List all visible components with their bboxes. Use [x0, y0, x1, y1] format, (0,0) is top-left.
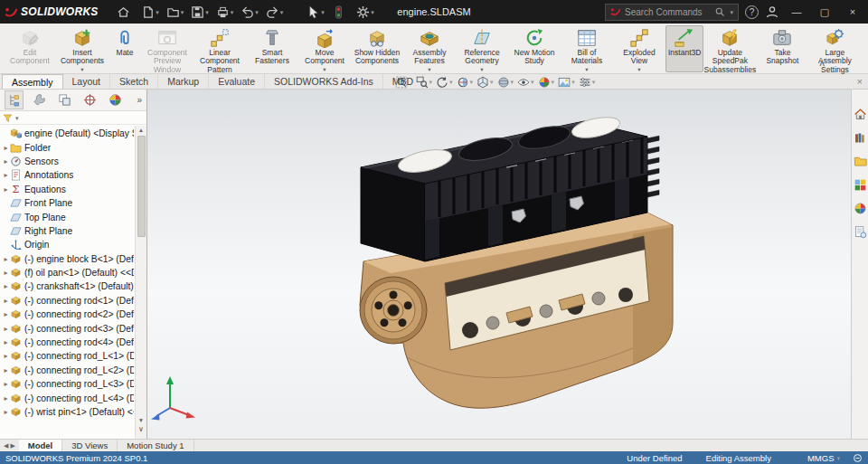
propertymanager-tab[interactable] [30, 90, 49, 109]
instant3d-button[interactable]: Instant3D ▾ [665, 25, 703, 72]
expand-arrow-icon[interactable]: ▸ [2, 310, 10, 318]
expand-arrow-icon[interactable]: ▸ [2, 352, 10, 360]
exploded-view-button[interactable]: Exploded View ▾ [613, 25, 665, 72]
expand-arrow-icon[interactable]: ▸ [2, 171, 10, 179]
dimxpertmanager-tab[interactable] [80, 90, 99, 109]
tree-filter-row[interactable]: ▾ [0, 111, 146, 125]
tag-icon[interactable] [853, 453, 863, 463]
chevron-down-icon[interactable]: ▾ [181, 9, 184, 15]
linear-component-pattern-button[interactable]: Linear Component Pattern ▾ [193, 25, 246, 72]
chevron-down-icon[interactable]: ▾ [429, 79, 433, 85]
tree-item[interactable]: ▸ (-) connecting rod<2> (Default... [0, 308, 134, 321]
scrollbar-thumb[interactable] [137, 136, 146, 237]
chevron-down-icon[interactable]: ▾ [552, 79, 555, 85]
assembly-features-button[interactable]: Assembly Features ▾ [403, 25, 456, 72]
print-icon[interactable]: ▾ [212, 2, 238, 22]
view-palette-icon[interactable] [854, 178, 867, 192]
tree-root-item[interactable]: ▸ engine (Default) <Display State-1> [0, 127, 134, 140]
tree-item[interactable]: ▸ (-) connecting rod_L<4> (Defa... [0, 391, 134, 404]
close-button[interactable]: × [842, 6, 863, 17]
take-snapshot-button[interactable]: Take Snapshot ▾ [756, 25, 808, 72]
filter-icon[interactable] [3, 113, 13, 123]
restore-button[interactable]: ▢ [814, 6, 835, 18]
expand-arrow-icon[interactable]: ▸ [2, 185, 10, 194]
tab-scroll-left-icon[interactable]: ◀ [4, 442, 8, 450]
chevron-down-icon[interactable]: ▾ [531, 79, 534, 85]
panel-collapse-icon[interactable]: ∨ [135, 425, 146, 439]
tree-item[interactable]: ▸ Equations [0, 183, 134, 196]
tab-layout[interactable]: Layout [63, 74, 111, 89]
tree-item[interactable]: ▸ (-) wrist pin<1> (Default) <<De... [0, 405, 134, 419]
chevron-down-icon[interactable]: ▾ [592, 79, 596, 85]
chevron-down-icon[interactable]: ▾ [490, 79, 494, 85]
search-icon[interactable] [714, 6, 725, 17]
scroll-up-icon[interactable]: ▲ [138, 126, 144, 135]
tab-sketch[interactable]: Sketch [110, 74, 158, 89]
tree-item[interactable]: ▸ (-) connecting rod_L<3> (Defa... [0, 377, 134, 391]
save-icon[interactable]: ▾ [187, 2, 212, 22]
hide-show-items-icon[interactable]: ▾ [517, 76, 534, 89]
tab-evaluate[interactable]: Evaluate [209, 74, 265, 89]
tab-3d-views[interactable]: 3D Views [62, 440, 118, 451]
tab-motion-study-1[interactable]: Motion Study 1 [118, 440, 193, 451]
display-style-icon[interactable]: ▾ [497, 76, 514, 89]
chevron-down-icon[interactable]: ▾ [280, 9, 284, 15]
featuremanager-tab[interactable] [5, 90, 24, 109]
reference-geometry-button[interactable]: Reference Geometry ▾ [456, 25, 508, 72]
tree-item[interactable]: ▸ Origin [0, 238, 134, 251]
apply-scene-icon[interactable]: ▾ [558, 76, 575, 89]
tree-item[interactable]: ▸ (-) connecting rod_L<2> (Defa... [0, 364, 134, 377]
expand-arrow-icon[interactable]: ▸ [2, 269, 10, 277]
component-preview-window-button[interactable]: Component Preview Window ▾ [141, 25, 193, 72]
search-commands-box[interactable]: Search Commands ▾ [605, 4, 739, 21]
chevron-down-icon[interactable]: ▾ [205, 9, 209, 15]
rebuild-icon[interactable]: ▾ [328, 2, 354, 22]
chevron-down-icon[interactable]: ▾ [836, 455, 840, 461]
tree-item[interactable]: ▸ Front Plane [0, 196, 134, 210]
smart-fasteners-button[interactable]: Smart Fasteners ▾ [246, 25, 298, 72]
chevron-down-icon[interactable]: ▾ [255, 9, 259, 15]
previous-view-icon[interactable]: ▾ [436, 76, 453, 89]
edit-appearance-icon[interactable]: ▾ [538, 76, 555, 89]
zoom-fit-icon[interactable]: ▾ [395, 76, 412, 89]
home-tab-icon[interactable] [854, 108, 867, 121]
tree-item[interactable]: ▸ (-) connecting rod<1> (Default... [0, 294, 134, 308]
file-explorer-icon[interactable] [854, 155, 867, 168]
expand-arrow-icon[interactable]: ▸ [2, 144, 10, 152]
configurationmanager-tab[interactable] [55, 90, 74, 109]
tab-model[interactable]: Model [19, 440, 62, 451]
close-pane-icon[interactable]: × [857, 75, 863, 88]
select-icon[interactable]: ▾ [303, 2, 328, 22]
chevron-down-icon[interactable]: ▾ [470, 79, 474, 85]
redo-icon[interactable]: ▾ [262, 2, 288, 22]
chevron-down-icon[interactable]: ▾ [511, 79, 514, 85]
show-hidden-components-button[interactable]: Show Hidden Components ▾ [351, 25, 403, 72]
tree-item[interactable]: ▸ (-) crankshaft<1> (Default) <<D... [0, 279, 134, 293]
search-scope-icon[interactable] [610, 6, 621, 17]
tree-item[interactable]: ▸ Folder [0, 140, 134, 154]
new-document-icon[interactable]: ▾ [137, 2, 163, 22]
bill-of-materials-button[interactable]: Bill of Materials ▾ [561, 25, 613, 72]
tree-item[interactable]: ▸ (-) engine block B<1> (Default) [0, 252, 134, 266]
expand-arrow-icon[interactable]: ▸ [2, 380, 10, 388]
design-library-icon[interactable] [854, 131, 867, 145]
expand-arrow-icon[interactable]: ▸ [2, 282, 10, 290]
tree-item[interactable]: ▸ Right Plane [0, 224, 134, 238]
options-icon[interactable]: ▾ [353, 2, 378, 22]
tree-scrollbar[interactable]: ▲ ▼ [135, 126, 146, 425]
units-selector[interactable]: MMGS ▾ [807, 453, 840, 463]
tab-scroll-right-icon[interactable]: ▶ [10, 442, 14, 450]
view-settings-icon[interactable]: ▾ [579, 76, 596, 89]
open-icon[interactable]: ▾ [163, 2, 188, 22]
chevron-down-icon[interactable]: ▾ [449, 79, 453, 85]
large-assembly-settings-button[interactable]: Large Assembly Settings ▾ [808, 25, 861, 72]
tab-solidworks-add-ins[interactable]: SOLIDWORKS Add-Ins [265, 74, 383, 89]
move-component-button[interactable]: Move Component ▾ [298, 25, 351, 72]
tree-item[interactable]: ▸ Sensors [0, 155, 134, 168]
help-button[interactable]: ? [745, 5, 759, 19]
chevron-down-icon[interactable]: ▾ [321, 9, 325, 15]
chevron-down-icon[interactable]: ▾ [156, 9, 159, 15]
chevron-down-icon[interactable]: ▾ [571, 79, 575, 85]
tree-item[interactable]: ▸ (-) connecting rod<4> (Default... [0, 336, 134, 349]
tree-item[interactable]: ▸ (f) oil pan<1> (Default) <<Defa... [0, 266, 134, 279]
